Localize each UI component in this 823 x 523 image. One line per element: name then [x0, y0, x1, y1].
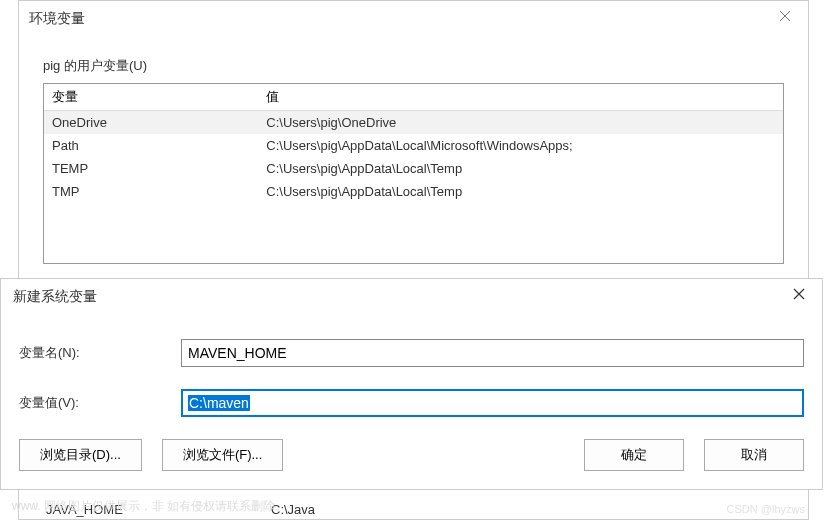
- table-row[interactable]: OneDrive C:\Users\pig\OneDrive: [44, 111, 783, 135]
- table-row[interactable]: TEMP C:\Users\pig\AppData\Local\Temp: [44, 157, 783, 180]
- new-system-var-dialog: 新建系统变量 变量名(N): 变量值(V): C:\maven 浏览目录(D).…: [0, 278, 823, 490]
- ok-button[interactable]: 确定: [584, 439, 684, 471]
- cell-val: C:\Users\pig\AppData\Local\Temp: [258, 180, 783, 203]
- cell-var: TMP: [44, 180, 258, 203]
- table-row[interactable]: Path C:\Users\pig\AppData\Local\Microsof…: [44, 134, 783, 157]
- cell-val: C:\Users\pig\AppData\Local\Temp: [258, 157, 783, 180]
- env-var-content: pig 的用户变量(U) 变量 值 OneDrive C:\Users\pig\…: [19, 37, 808, 284]
- col-header-variable[interactable]: 变量: [44, 84, 258, 111]
- var-name-row: 变量名(N):: [19, 339, 804, 367]
- table-header-row: 变量 值: [44, 84, 783, 111]
- user-vars-group-label: pig 的用户变量(U): [43, 57, 784, 75]
- var-value-selected-text: C:\maven: [188, 395, 250, 411]
- new-var-body: 变量名(N): 变量值(V): C:\maven 浏览目录(D)... 浏览文件…: [1, 315, 822, 489]
- bg-system-var-row: JAVA_HOME C:\Java: [46, 502, 803, 517]
- cell-var: Path: [44, 134, 258, 157]
- new-var-titlebar: 新建系统变量: [1, 279, 822, 315]
- bg-var-name: JAVA_HOME: [46, 502, 271, 517]
- var-name-input[interactable]: [181, 339, 804, 367]
- button-row: 浏览目录(D)... 浏览文件(F)... 确定 取消: [19, 439, 804, 471]
- bg-var-value: C:\Java: [271, 502, 315, 517]
- var-value-label: 变量值(V):: [19, 394, 181, 412]
- cell-val: C:\Users\pig\OneDrive: [258, 111, 783, 135]
- close-icon[interactable]: [776, 279, 822, 309]
- col-header-value[interactable]: 值: [258, 84, 783, 111]
- cell-var: OneDrive: [44, 111, 258, 135]
- var-value-input[interactable]: C:\maven: [181, 389, 804, 417]
- cancel-button[interactable]: 取消: [704, 439, 804, 471]
- browse-file-button[interactable]: 浏览文件(F)...: [162, 439, 283, 471]
- user-vars-table[interactable]: 变量 值 OneDrive C:\Users\pig\OneDrive Path…: [43, 83, 784, 264]
- var-value-input-wrap[interactable]: C:\maven: [181, 389, 804, 417]
- cell-var: TEMP: [44, 157, 258, 180]
- env-var-title: 环境变量: [29, 10, 85, 28]
- var-value-row: 变量值(V): C:\maven: [19, 389, 804, 417]
- cell-val: C:\Users\pig\AppData\Local\Microsoft\Win…: [258, 134, 783, 157]
- new-var-title: 新建系统变量: [13, 288, 97, 306]
- var-name-label: 变量名(N):: [19, 344, 181, 362]
- env-var-titlebar: 环境变量: [19, 1, 808, 37]
- table-row[interactable]: TMP C:\Users\pig\AppData\Local\Temp: [44, 180, 783, 203]
- close-icon[interactable]: [762, 1, 808, 31]
- browse-dir-button[interactable]: 浏览目录(D)...: [19, 439, 142, 471]
